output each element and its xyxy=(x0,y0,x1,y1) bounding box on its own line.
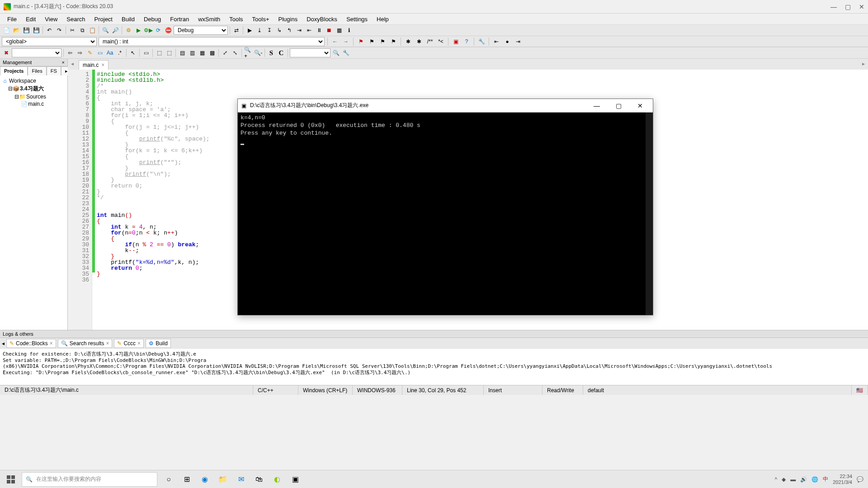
clear-icon[interactable]: ✖ xyxy=(2,48,11,57)
mail-icon[interactable]: ✉ xyxy=(235,474,247,485)
menu-doxyblocks[interactable]: DoxyBlocks xyxy=(303,15,341,23)
tray-volume-icon[interactable]: 🔊 xyxy=(800,476,807,483)
menu-tools[interactable]: Tools xyxy=(226,15,246,23)
tray-notifications-icon[interactable]: 💬 xyxy=(857,476,863,483)
tree-file[interactable]: main.c xyxy=(28,101,44,107)
log-tab-search[interactable]: 🔍Search results× xyxy=(58,339,113,348)
taskbar-search[interactable]: 🔍 在这里输入你要搜索的内容 xyxy=(22,472,157,487)
taskview-icon[interactable]: ⊞ xyxy=(181,474,193,485)
close-icon[interactable]: × xyxy=(106,340,109,347)
forward-icon[interactable]: → xyxy=(341,37,350,46)
jump-fwd-icon[interactable]: ⇥ xyxy=(514,37,523,46)
tree-expand-icon[interactable]: ⊟ xyxy=(14,94,19,100)
close-icon[interactable]: × xyxy=(50,340,53,347)
cortana-icon[interactable]: ○ xyxy=(163,474,175,485)
insert-box-icon[interactable]: ▭ xyxy=(142,48,151,57)
console-maximize-button[interactable]: ▢ xyxy=(609,102,627,109)
tray-ime-icon[interactable]: 中 xyxy=(823,475,828,483)
minimize-button[interactable]: — xyxy=(830,3,837,10)
menu-edit[interactable]: Edit xyxy=(22,15,39,23)
letter-c-icon[interactable]: C xyxy=(277,48,286,57)
console-close-button[interactable]: ✕ xyxy=(631,102,649,109)
doxy-extract-icon[interactable]: ✱ xyxy=(415,37,424,46)
run-icon[interactable]: ▶ xyxy=(134,26,143,35)
menu-plugins[interactable]: Plugins xyxy=(275,15,302,23)
scope-symbol-combo[interactable]: main() : int xyxy=(99,37,325,46)
expand-icon[interactable]: ⤢ xyxy=(221,48,230,57)
start-button[interactable] xyxy=(0,470,22,488)
highlight-icon[interactable]: ✎ xyxy=(85,48,94,57)
scope-global-combo[interactable]: <global> xyxy=(2,37,97,46)
vsizer-icon[interactable]: ⬚ xyxy=(165,48,174,57)
management-close-icon[interactable]: × xyxy=(62,60,65,65)
bookmark-prev-icon[interactable]: ⚑ xyxy=(367,37,376,46)
explorer-icon[interactable]: 📁 xyxy=(217,474,229,485)
undo-icon[interactable]: ↶ xyxy=(45,26,54,35)
grid1-icon[interactable]: ▤ xyxy=(178,48,187,57)
project-tree[interactable]: ⌂Workspace ⊟📦3.4习题六 ⊟📁Sources 📄main.c xyxy=(0,75,67,330)
jump-back-icon[interactable]: ⇤ xyxy=(492,37,501,46)
thread-search-combo[interactable] xyxy=(290,48,330,57)
new-file-icon[interactable]: 📄 xyxy=(2,26,11,35)
menu-search[interactable]: Search xyxy=(63,15,89,23)
open-file-icon[interactable]: 📂 xyxy=(12,26,21,35)
menu-build[interactable]: Build xyxy=(118,15,138,23)
run-to-cursor-icon[interactable]: ⤓ xyxy=(255,26,264,35)
zoom-in-icon[interactable]: 🔍+ xyxy=(244,48,253,57)
tree-project[interactable]: 3.4习题六 xyxy=(20,85,44,92)
log-output[interactable]: Checking for existence: D:\c语言练习\3.4习题六\… xyxy=(0,349,868,385)
build-icon[interactable]: ⚙ xyxy=(124,26,133,35)
grid2-icon[interactable]: ▥ xyxy=(188,48,197,57)
console-minimize-button[interactable]: — xyxy=(588,102,606,109)
next-line-icon[interactable]: ↧ xyxy=(265,26,274,35)
collapse-icon[interactable]: ⤡ xyxy=(231,48,240,57)
app-icon-1[interactable]: ◐ xyxy=(271,474,283,485)
log-tab-build[interactable]: ⚙Build xyxy=(146,339,171,348)
debug-run-icon[interactable]: ▶ xyxy=(245,26,254,35)
logs-tab-prev-icon[interactable]: ◂ xyxy=(2,340,5,347)
tab-next-icon[interactable]: ▸ xyxy=(861,61,866,67)
paste-icon[interactable]: 📋 xyxy=(88,26,97,35)
save-all-icon[interactable]: 💾 xyxy=(32,26,41,35)
grid3-icon[interactable]: ▦ xyxy=(198,48,207,57)
tray-battery-icon[interactable]: ▬ xyxy=(790,476,796,483)
letter-s-icon[interactable]: S xyxy=(267,48,276,57)
info-icon[interactable]: ℹ xyxy=(344,26,354,35)
console-output[interactable]: k=4,n=0 Process returned 0 (0x0) executi… xyxy=(238,113,653,315)
doxy-chm-icon[interactable]: ? xyxy=(462,37,471,46)
save-icon[interactable]: 💾 xyxy=(22,26,31,35)
replace-icon[interactable]: 🔎 xyxy=(111,26,120,35)
next-instr-icon[interactable]: ⇥ xyxy=(295,26,304,35)
zoom-out-icon[interactable]: 🔍- xyxy=(254,48,263,57)
menu-wxsmith[interactable]: wxSmith xyxy=(194,15,224,23)
find-icon[interactable]: 🔍 xyxy=(101,26,110,35)
store-icon[interactable]: 🛍 xyxy=(253,474,265,485)
menu-file[interactable]: File xyxy=(4,15,20,23)
doxy-wizard-icon[interactable]: ✱ xyxy=(404,37,413,46)
thread-search-icon[interactable]: 🔍 xyxy=(331,48,340,57)
console-scrollbar[interactable] xyxy=(646,113,653,315)
doxy-block-icon[interactable]: /** xyxy=(425,37,434,46)
bookmark-next-icon[interactable]: ⚑ xyxy=(378,37,387,46)
tab-prev-icon[interactable]: ◂ xyxy=(70,61,75,67)
abort-icon[interactable]: ⛔ xyxy=(164,26,173,35)
redo-icon[interactable]: ↷ xyxy=(55,26,64,35)
menu-settings[interactable]: Settings xyxy=(343,15,371,23)
tree-folder[interactable]: Sources xyxy=(26,94,46,100)
debug-windows-icon[interactable]: ▦ xyxy=(335,26,344,35)
tab-fsymbols[interactable]: FS xyxy=(47,66,61,75)
bookmark-toggle-icon[interactable]: ⚑ xyxy=(356,37,365,46)
menu-project[interactable]: Project xyxy=(91,15,116,23)
menu-toolsplus[interactable]: Tools+ xyxy=(249,15,273,23)
stop-icon[interactable]: ⏹ xyxy=(325,26,334,35)
log-tab-codeblocks[interactable]: ✎Code::Blocks× xyxy=(6,339,56,348)
tray-clock[interactable]: 22:34 2021/3/4 xyxy=(833,474,852,484)
editor-tab-mainc[interactable]: main.c × xyxy=(79,60,108,70)
bookmark-clear-icon[interactable]: ⚑ xyxy=(389,37,398,46)
hsizer-icon[interactable]: ⬚ xyxy=(155,48,164,57)
build-run-icon[interactable]: ⚙▶ xyxy=(144,26,153,35)
tab-projects[interactable]: Projects xyxy=(0,66,28,75)
build-target-combo[interactable]: Debug xyxy=(174,26,228,35)
status-lang-indicator[interactable]: 🇺🇸 xyxy=(852,385,868,395)
close-button[interactable]: ✕ xyxy=(859,3,864,10)
